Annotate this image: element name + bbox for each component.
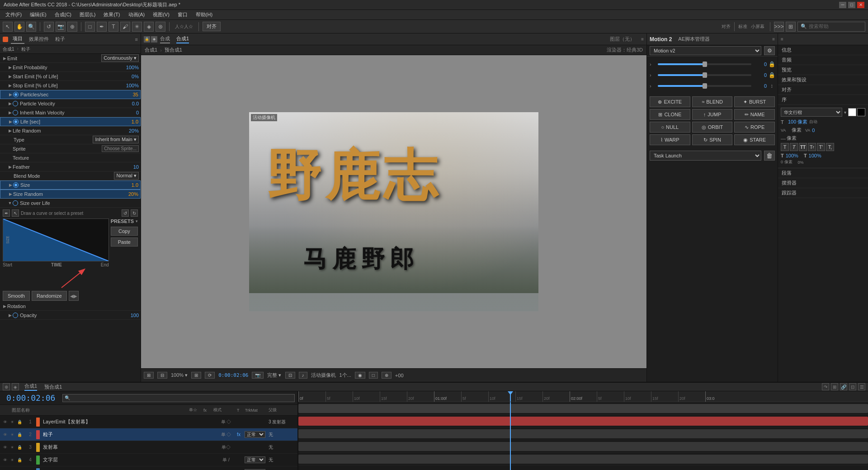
blend-button[interactable]: ≈ BLEND — [692, 96, 733, 107]
layer-2-mode-select[interactable]: 正常 — [245, 431, 267, 438]
scale-h-value[interactable]: 100% — [786, 153, 798, 158]
ec-particle-velocity[interactable]: ▶ Particle Velocity 0.0 — [0, 99, 141, 108]
ec-emit-prob-expand[interactable]: ▶ — [7, 65, 13, 70]
layer-3-eye[interactable]: 👁 — [2, 444, 8, 451]
time-display[interactable]: 0:00:02:06 — [3, 393, 59, 403]
ec-imv-expand[interactable]: ▶ — [7, 110, 13, 115]
ec-emit[interactable]: ▶ Emit Continuously ▾ — [0, 54, 141, 63]
task-launch-btn[interactable]: 🗑 — [764, 151, 775, 161]
align-btn[interactable]: 对齐 — [203, 22, 221, 31]
layer-1-name[interactable]: LayerEmit【发射幕】 — [43, 418, 218, 425]
layer-2-solo[interactable]: ☀ — [9, 432, 15, 438]
ec-texture[interactable]: Texture — [0, 153, 141, 162]
ec-stop-emit[interactable]: ▶ Stop Emit [% of Life] 100% — [0, 81, 141, 90]
ec-particles-sec-expand[interactable]: ▶ — [8, 92, 13, 97]
tab-effect-controls[interactable]: 效果控件 — [27, 35, 51, 43]
viewer-active-cam[interactable]: 活动摄像机 — [311, 372, 336, 379]
menu-animation[interactable]: 动画(A) — [125, 10, 149, 19]
tl-icon-r4[interactable]: ⊡ — [849, 383, 856, 390]
ec-lr-expand[interactable]: ▶ — [7, 128, 13, 133]
tool-select[interactable]: ↖ — [3, 22, 13, 32]
ec-emit-expand[interactable]: ▶ — [2, 56, 7, 61]
tool-rotate[interactable]: ↺ — [44, 22, 54, 32]
ec-start-emit-expand[interactable]: ▶ — [7, 74, 13, 79]
tool-anchor[interactable]: ⊕ — [67, 22, 77, 32]
style-Tp[interactable]: T' — [817, 143, 825, 151]
slider-2-track[interactable] — [658, 74, 751, 76]
viewer-cam-count[interactable]: 1个... — [340, 372, 351, 379]
viewer-camera-icon[interactable]: ◈ — [151, 36, 157, 43]
tl-tab-comp1[interactable]: 合成1 — [24, 383, 37, 391]
layer-1-solo[interactable]: ☀ — [9, 419, 15, 425]
menu-view[interactable]: 视图(V) — [149, 10, 173, 19]
slider-3-value[interactable]: 0 — [753, 83, 767, 89]
menu-file[interactable]: 文件(F) — [2, 10, 25, 19]
breadcrumb-comp[interactable]: 合成1 — [3, 46, 14, 52]
ec-type-value[interactable]: Inherit from Main ▾ — [93, 136, 139, 143]
layer-4-lock[interactable]: 🔒 — [16, 457, 23, 463]
graph-arrows-btn[interactable]: ◀▶ — [69, 291, 79, 301]
slider-3-thumb[interactable] — [703, 83, 707, 89]
layer-2-eye[interactable]: 👁 — [2, 432, 8, 438]
ec-type[interactable]: Type Inherit from Main ▾ — [0, 135, 141, 144]
font-color-black[interactable] — [857, 108, 865, 116]
ec-opacity[interactable]: ▶ Opacity 100 — [0, 311, 141, 320]
viewer-breadcrumb-comp1[interactable]: 合成1 — [145, 47, 157, 53]
ec-pv-expand[interactable]: ▶ — [7, 101, 13, 106]
ec-size[interactable]: ▶ Size 1.0 — [0, 180, 141, 190]
ec-feather-value[interactable]: 10 — [112, 164, 139, 170]
rope-button[interactable]: ∿ ROPE — [734, 122, 775, 133]
fr-preview[interactable]: 预览 — [778, 65, 868, 75]
ec-sr-value[interactable]: 20% — [111, 191, 138, 197]
tool-text[interactable]: T — [108, 22, 118, 32]
layer-4-name[interactable]: 文字层 — [43, 456, 218, 463]
fr-audio[interactable]: 音频 — [778, 55, 868, 65]
workspace-menu[interactable]: >>> — [774, 22, 784, 32]
orbit-button[interactable]: ◎ ORBIT — [692, 122, 733, 133]
spin-button[interactable]: ↻ SPIN — [692, 134, 733, 145]
layer-3-lock[interactable]: 🔒 — [16, 444, 23, 451]
tl-tab-precomp[interactable]: 预合成1 — [44, 384, 62, 390]
style-Tc[interactable]: T, — [826, 143, 834, 151]
ec-life-sec[interactable]: ▶ Life [sec] 1.0 — [0, 117, 141, 126]
tab-particles[interactable]: 粒子 — [53, 35, 67, 43]
ec-feather-expand[interactable]: ▶ — [7, 164, 13, 170]
motion2-menu[interactable]: ≡ — [772, 37, 775, 42]
font-color-white[interactable] — [848, 108, 856, 116]
tab-project[interactable]: 项目 — [11, 34, 24, 44]
motion2-preset-select[interactable]: Motion v2 — [650, 46, 761, 55]
viewer-audio-btn[interactable]: ♪ — [299, 372, 307, 379]
track-4-bar[interactable] — [298, 442, 868, 451]
ec-life-random[interactable]: ▶ Life Random 20% — [0, 126, 141, 135]
fr-motion-track[interactable]: 跟踪器 — [778, 188, 868, 198]
viewer-timecode[interactable]: 0:00:02:06 — [218, 372, 248, 378]
viewer-fit-btn[interactable]: ⊞ — [191, 372, 201, 379]
viewer-rotate-btn[interactable]: ⟳ — [205, 372, 215, 379]
search-bar[interactable]: 🔍 搜索帮助 — [797, 22, 865, 32]
ec-blend-mode[interactable]: Blend Mode Normal ▾ — [0, 171, 141, 180]
timeline-ruler[interactable]: 0f 5f 10f 15f 20f 01:00f 5f 10f 15f 20f … — [298, 391, 868, 402]
panel-menu-icon[interactable]: ≡ — [135, 37, 138, 42]
slider-2-value[interactable]: 0 — [753, 72, 767, 78]
fr-paragraph[interactable]: 段落 — [778, 168, 868, 178]
layer-3-name[interactable]: 发射幕 — [43, 444, 218, 451]
ec-inherit-main-velocity[interactable]: ▶ Inherit Main Velocity 0 — [0, 108, 141, 117]
tool-camera[interactable]: 📷 — [56, 22, 66, 32]
style-Tr[interactable]: Tr — [808, 143, 816, 151]
task-launch-select[interactable]: Task Launch — [650, 151, 761, 161]
viewer-lock-icon[interactable]: 🔒 — [144, 36, 150, 43]
timeline-playhead[interactable] — [510, 402, 511, 470]
viewer-zoom-level[interactable]: 100% ▾ — [171, 372, 188, 378]
ec-emit-probability[interactable]: ▶ Emit Probability 100% — [0, 63, 141, 72]
fr-align[interactable]: 对齐 — [778, 85, 868, 95]
menu-window[interactable]: 窗口 — [174, 10, 191, 19]
layer-2-name[interactable]: 粒子 — [43, 431, 218, 438]
randomize-button[interactable]: Randomize — [32, 291, 67, 301]
ec-pv-value[interactable]: 0.0 — [112, 101, 139, 106]
fr-sequence[interactable]: 序 — [778, 95, 868, 105]
ec-stop-emit-value[interactable]: 100% — [112, 83, 139, 88]
stare-button[interactable]: ◉ STARE — [734, 134, 775, 145]
paste-button[interactable]: Paste — [111, 237, 138, 247]
layer-4-solo[interactable]: ☀ — [9, 457, 15, 463]
layer-2-mode-dropdown[interactable]: 正常 — [245, 431, 265, 438]
